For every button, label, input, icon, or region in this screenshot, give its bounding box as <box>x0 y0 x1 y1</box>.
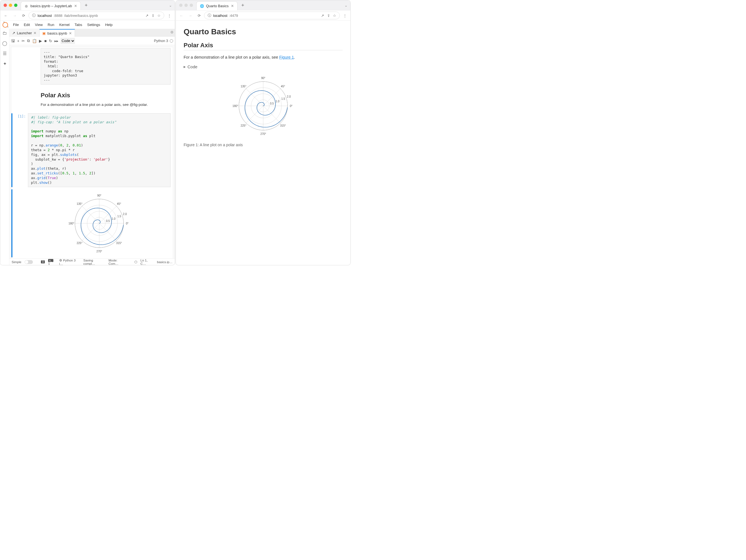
run-all-icon[interactable]: ▸▸ <box>55 39 58 43</box>
menu-help[interactable]: Help <box>105 23 113 27</box>
reload-button[interactable]: ⟳ <box>195 11 203 19</box>
cell-markdown[interactable]: Polar Axis For a demonstration of a line… <box>11 86 173 112</box>
running-terminals-icon[interactable]: ◯ <box>2 41 7 46</box>
site-info-icon[interactable]: ⓘ <box>31 13 36 18</box>
svg-text:90°: 90° <box>261 77 265 80</box>
doctab-notebook[interactable]: ▣ basics.ipynb ✕ <box>39 29 75 37</box>
url-host: localhost <box>213 13 227 18</box>
stop-icon[interactable]: ■ <box>44 39 47 43</box>
trusted-icon[interactable]: ⬡ <box>134 260 137 264</box>
minimize-window-icon[interactable] <box>184 4 188 7</box>
tabs-dropdown-icon[interactable]: ⌄ <box>166 3 175 7</box>
bookmark-icon[interactable]: ☆ <box>332 13 337 18</box>
kernel-name[interactable]: Python 3 <box>154 39 168 43</box>
browser-tab-active[interactable]: 🌐 Quarto Basics ✕ <box>196 1 237 10</box>
run-icon[interactable]: ▶ <box>39 39 42 43</box>
zoom-window-icon[interactable] <box>190 4 193 7</box>
intro-paragraph: For a demonstration of a line plot on a … <box>183 54 343 61</box>
doctab-label: Launcher <box>17 31 32 35</box>
svg-text:0°: 0° <box>126 222 128 225</box>
bookmark-icon[interactable]: ☆ <box>157 13 161 18</box>
back-button[interactable]: ← <box>177 11 185 19</box>
browser-menu-icon[interactable]: ⋮ <box>165 11 173 19</box>
svg-text:90°: 90° <box>97 194 101 197</box>
forward-button[interactable]: → <box>186 11 194 19</box>
polar-plot-figure: 0°45°90°135°180°225°270°315°0.51.01.52.0 <box>183 72 343 140</box>
add-cell-icon[interactable]: + <box>17 39 19 43</box>
browser-menu-icon[interactable]: ⋮ <box>341 11 349 19</box>
doctab-label: basics.ipynb <box>47 31 67 35</box>
restart-icon[interactable]: ↻ <box>49 39 52 43</box>
save-icon[interactable]: 🖫 <box>11 39 15 43</box>
close-icon[interactable]: ✕ <box>69 31 72 35</box>
paste-icon[interactable]: 📋 <box>32 39 37 43</box>
back-button[interactable]: ← <box>2 11 10 19</box>
close-tab-icon[interactable]: ✕ <box>231 4 234 8</box>
jupyter-logo-icon[interactable] <box>2 22 8 28</box>
menu-run[interactable]: Run <box>48 23 54 27</box>
file-browser-icon[interactable]: 🗀 <box>2 31 7 36</box>
svg-text:270°: 270° <box>260 132 266 136</box>
zoom-window-icon[interactable] <box>14 4 18 7</box>
figure-link[interactable]: Figure 1 <box>279 55 294 59</box>
code-fold-summary[interactable]: ▶ Code <box>183 64 343 69</box>
share-icon[interactable]: ⇪ <box>326 13 331 18</box>
svg-text:2.0: 2.0 <box>287 95 291 98</box>
cell-code[interactable]: [1]: #| label: fig-polar #| fig-cap: "A … <box>11 112 173 188</box>
window-controls[interactable] <box>176 4 195 7</box>
preview-content[interactable]: Quarto Basics Polar Axis For a demonstra… <box>176 21 350 265</box>
menu-edit[interactable]: Edit <box>24 23 30 27</box>
menu-tabs[interactable]: Tabs <box>75 23 82 27</box>
toc-icon[interactable]: ☰ <box>3 51 7 56</box>
titlebar-left: ◎ basics.ipynb – JupyterLab ✕ + ⌄ <box>0 0 175 10</box>
page-title: Quarto Basics <box>183 27 343 36</box>
status-kernel[interactable]: ⚙ Python 3 |… <box>59 259 80 266</box>
status-one[interactable]: 1 <box>48 262 50 265</box>
tab-settings-icon[interactable]: ⚙ <box>170 30 174 34</box>
menu-kernel[interactable]: Kernel <box>59 23 70 27</box>
execution-prompt: [1]: <box>13 113 28 187</box>
minimize-window-icon[interactable] <box>9 4 12 7</box>
reload-button[interactable]: ⟳ <box>20 11 27 19</box>
status-zero[interactable]: 0 <box>41 260 45 263</box>
kernel-status-icon[interactable] <box>170 39 173 42</box>
cell-raw[interactable]: --- title: "Quarto Basics" format: html:… <box>11 47 173 86</box>
share-icon[interactable]: ⇪ <box>151 13 155 18</box>
site-info-icon[interactable]: ⓘ <box>207 13 211 18</box>
menu-file[interactable]: File <box>13 23 19 27</box>
svg-text:0.5: 0.5 <box>270 102 274 105</box>
svg-text:0.5: 0.5 <box>106 219 110 223</box>
svg-text:315°: 315° <box>116 242 122 245</box>
svg-text:135°: 135° <box>77 202 82 205</box>
simple-toggle[interactable] <box>25 260 33 264</box>
tabs-dropdown-icon[interactable]: ⌄ <box>342 3 350 7</box>
open-external-icon[interactable]: ↗ <box>320 13 325 18</box>
notebook-icon: ▣ <box>42 31 46 35</box>
code-cell-content[interactable]: #| label: fig-polar #| fig-cap: "A line … <box>28 113 171 187</box>
browser-tab-active[interactable]: ◎ basics.ipynb – JupyterLab ✕ <box>21 1 81 10</box>
new-tab-button[interactable]: + <box>239 2 247 8</box>
close-icon[interactable]: ✕ <box>33 31 36 35</box>
new-tab-button[interactable]: + <box>82 2 90 8</box>
cut-icon[interactable]: ✂ <box>22 39 25 43</box>
extensions-icon[interactable]: ✦ <box>3 61 7 66</box>
svg-text:135°: 135° <box>240 85 247 88</box>
notebook-area[interactable]: --- title: "Quarto Basics" format: html:… <box>9 45 175 259</box>
close-window-icon[interactable] <box>179 4 182 7</box>
raw-cell-content[interactable]: --- title: "Quarto Basics" format: html:… <box>41 48 171 85</box>
close-tab-icon[interactable]: ✕ <box>74 4 77 8</box>
celltype-select[interactable]: Code <box>61 38 75 44</box>
window-controls[interactable] <box>0 4 20 7</box>
open-external-icon[interactable]: ↗ <box>145 13 149 18</box>
svg-text:180°: 180° <box>68 222 75 225</box>
close-window-icon[interactable] <box>4 4 7 7</box>
menu-view[interactable]: View <box>35 23 42 27</box>
doctab-launcher[interactable]: ↗ Launcher ✕ <box>9 29 39 37</box>
copy-icon[interactable]: ⧉ <box>27 38 30 43</box>
simple-label: Simple <box>11 260 21 264</box>
url-field[interactable]: ⓘ localhost:4479 ↗ ⇪ ☆ <box>204 11 340 19</box>
menu-settings[interactable]: Settings <box>87 23 100 27</box>
url-field[interactable]: ⓘ localhost:8888/lab/tree/basics.ipynb ↗… <box>28 11 164 19</box>
browser-tab-title: basics.ipynb – JupyterLab <box>30 4 72 8</box>
forward-button[interactable]: → <box>11 11 19 19</box>
